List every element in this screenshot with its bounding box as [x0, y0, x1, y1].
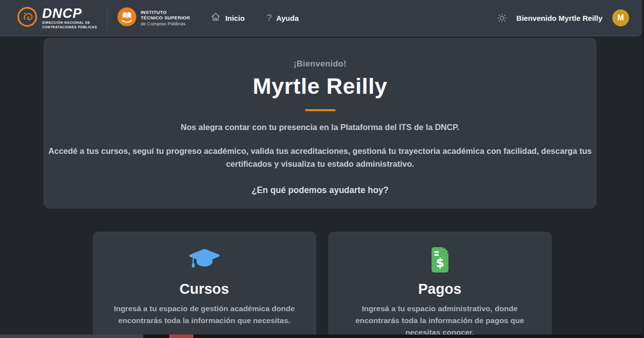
question-text: ¿En qué podemos ayudarte hoy? [44, 185, 596, 196]
nav-label-inicio: Inicio [225, 14, 244, 22]
card-pagos[interactable]: $ Pagos Ingresá a tu espacio administrat… [328, 232, 551, 338]
invoice-icon: $ [329, 245, 551, 274]
card-cursos-title: Cursos [93, 281, 315, 297]
card-cursos-description: Ingresá a tu espacio de gestión académic… [102, 303, 307, 327]
header-welcome-text: Bienvenido Myrtle Reilly [517, 14, 602, 22]
its-line-1: INSTITUTO [141, 9, 190, 15]
right-edge-gutter [642, 0, 644, 338]
dncp-subtitle-2: CONTRATACIONES PÚBLICAS [42, 26, 97, 29]
dncp-logo[interactable]: DNCP DIRECCIÓN NACIONAL DE CONTRATACIONE… [17, 6, 97, 29]
intro-text: Nos alegra contar con tu presencia en la… [44, 123, 596, 132]
its-line-3: de Compras Públicas [141, 21, 190, 26]
user-name-heading: Myrtle Reilly [44, 73, 596, 99]
nav-item-inicio[interactable]: Inicio [211, 12, 244, 24]
greeting-text: ¡Bienvenido! [44, 59, 596, 69]
dncp-logo-text: DNCP DIRECCIÓN NACIONAL DE CONTRATACIONE… [42, 7, 97, 29]
dncp-subtitle-1: DIRECCIÓN NACIONAL DE [42, 21, 97, 25]
svg-text:$: $ [436, 256, 444, 270]
its-logo[interactable]: INSTITUTO TÉCNICO SUPERIOR de Compras Pú… [117, 7, 190, 28]
user-avatar[interactable]: M [612, 9, 629, 26]
header: DNCP DIRECCIÓN NACIONAL DE CONTRATACIONE… [0, 0, 642, 36]
description-text: Accedé a tus cursos, seguí tu progreso a… [47, 144, 594, 171]
header-right-group: Bienvenido Myrtle Reilly M [497, 9, 629, 26]
cards-row: Cursos Ingresá a tu espacio de gestión a… [93, 232, 551, 338]
dncp-title: DNCP [42, 7, 97, 20]
its-logo-icon [117, 7, 136, 28]
dncp-logo-icon [17, 6, 38, 29]
card-pagos-description: Ingresá a tu espacio administrativo, don… [341, 303, 539, 338]
welcome-panel: ¡Bienvenido! Myrtle Reilly Nos alegra co… [44, 38, 596, 208]
home-icon [211, 12, 221, 24]
card-pagos-title: Pagos [329, 281, 551, 297]
theme-toggle-sun-icon[interactable] [497, 13, 507, 23]
graduation-cap-icon [93, 245, 315, 274]
its-line-2: TÉCNICO SUPERIOR [141, 15, 190, 20]
scrollbar-thumb[interactable] [0, 335, 143, 338]
page: DNCP DIRECCIÓN NACIONAL DE CONTRATACIONE… [0, 0, 644, 338]
nav-label-ayuda: Ayuda [276, 14, 298, 22]
main-nav: Inicio ? Ayuda [211, 12, 298, 24]
card-cursos[interactable]: Cursos Ingresá a tu espacio de gestión a… [93, 232, 316, 338]
its-logo-text: INSTITUTO TÉCNICO SUPERIOR de Compras Pú… [141, 9, 190, 26]
scrollbar-red-marker [169, 335, 193, 338]
logo-divider [107, 6, 108, 29]
nav-item-ayuda[interactable]: ? Ayuda [267, 12, 299, 23]
question-icon: ? [267, 12, 272, 23]
horizontal-scrollbar[interactable] [0, 335, 644, 338]
accent-divider [305, 109, 336, 111]
